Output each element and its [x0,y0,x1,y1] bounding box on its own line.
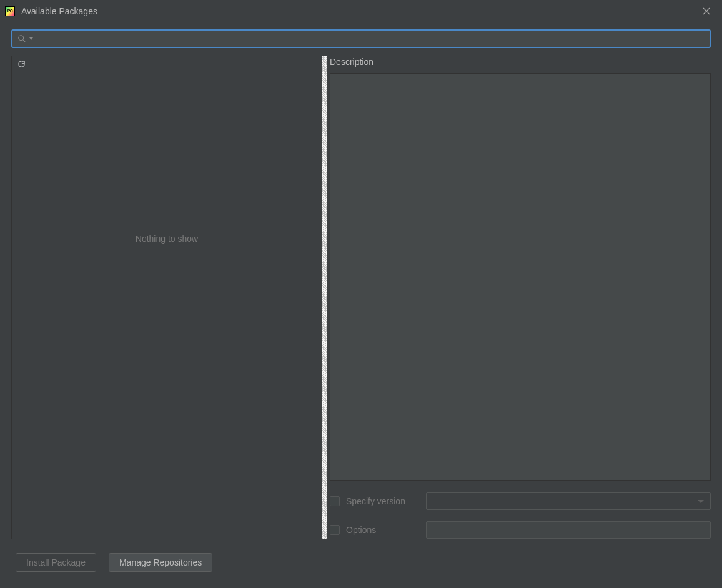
search-input-container[interactable] [11,29,711,48]
package-list-panel: Nothing to show [11,56,322,539]
empty-list-message: Nothing to show [136,234,198,244]
details-panel: Description Specify version Options [327,56,711,539]
specify-version-row: Specify version [330,492,711,511]
search-icon [17,34,26,43]
package-list[interactable]: Nothing to show [11,72,322,539]
chevron-down-icon [698,500,704,503]
titlebar: PC Available Packages [0,0,722,22]
install-package-button[interactable]: Install Package [16,553,96,572]
description-header: Description [330,56,711,68]
svg-line-1 [23,40,26,42]
version-select[interactable] [426,492,711,510]
options-label: Options [346,525,423,535]
search-history-dropdown-icon[interactable] [29,37,33,40]
search-input[interactable] [37,34,705,44]
separator-line [380,62,711,62]
package-list-toolbar [11,56,322,72]
manage-repositories-button[interactable]: Manage Repositories [109,553,212,572]
specify-version-checkbox[interactable] [330,496,340,506]
description-content [330,73,711,481]
refresh-icon [17,59,26,69]
svg-point-0 [19,36,24,41]
install-options: Specify version Options [330,481,711,539]
search-bar [0,22,722,51]
window-title: Available Packages [21,6,97,16]
options-row: Options [330,521,711,539]
main-content: Nothing to show Description Specify vers… [0,51,722,539]
close-icon [703,7,710,15]
split-divider[interactable] [322,56,327,539]
specify-version-label: Specify version [346,496,423,506]
options-checkbox[interactable] [330,525,340,535]
description-label: Description [330,57,373,67]
app-icon: PC [5,6,15,16]
options-input[interactable] [426,521,711,539]
close-button[interactable] [697,2,716,21]
refresh-button[interactable] [17,59,26,69]
dialog-footer: Install Package Manage Repositories [0,539,722,583]
